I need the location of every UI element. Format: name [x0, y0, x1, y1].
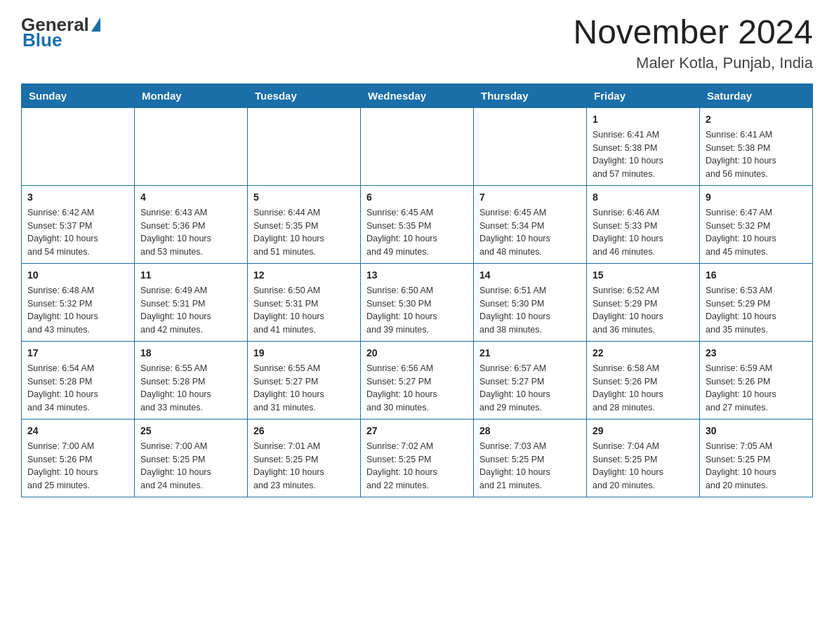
cell-line: Daylight: 10 hours	[253, 466, 355, 479]
cell-line: Sunset: 5:37 PM	[27, 220, 128, 233]
cell-line: Sunrise: 6:58 AM	[593, 362, 694, 375]
cell-line: Sunrise: 6:50 AM	[366, 284, 468, 297]
calendar-cell: 21Sunrise: 6:57 AMSunset: 5:27 PMDayligh…	[474, 341, 587, 419]
cell-line: and 33 minutes.	[140, 401, 241, 415]
cell-line: Daylight: 10 hours	[140, 466, 241, 479]
day-number: 18	[140, 346, 241, 361]
calendar-cell: 24Sunrise: 7:00 AMSunset: 5:26 PMDayligh…	[22, 419, 135, 497]
calendar-cell	[135, 107, 248, 185]
cell-content: Sunrise: 7:00 AMSunset: 5:25 PMDaylight:…	[140, 440, 241, 492]
day-number: 27	[366, 424, 468, 438]
cell-content: Sunrise: 6:47 AMSunset: 5:32 PMDaylight:…	[706, 206, 807, 259]
calendar-day-header: Thursday	[474, 83, 587, 107]
calendar-day-header: Wednesday	[361, 83, 474, 107]
cell-line: Sunrise: 6:52 AM	[593, 284, 694, 297]
cell-line: Sunset: 5:35 PM	[253, 220, 355, 233]
cell-line: Sunset: 5:31 PM	[253, 297, 355, 311]
cell-line: and 56 minutes.	[706, 168, 807, 181]
calendar-cell: 1Sunrise: 6:41 AMSunset: 5:38 PMDaylight…	[587, 107, 700, 185]
day-number: 30	[706, 424, 807, 438]
cell-line: Sunset: 5:30 PM	[479, 297, 581, 311]
cell-line: and 41 minutes.	[253, 323, 355, 337]
calendar-cell: 15Sunrise: 6:52 AMSunset: 5:29 PMDayligh…	[587, 263, 700, 341]
cell-line: and 42 minutes.	[140, 323, 241, 337]
cell-line: Daylight: 10 hours	[27, 310, 128, 323]
cell-content: Sunrise: 6:59 AMSunset: 5:26 PMDaylight:…	[706, 362, 807, 415]
cell-line: Daylight: 10 hours	[706, 388, 807, 401]
day-number: 14	[479, 268, 581, 283]
day-number: 3	[27, 190, 128, 205]
cell-line: Sunset: 5:31 PM	[140, 297, 241, 311]
day-number: 11	[140, 268, 241, 283]
cell-line: Sunrise: 6:55 AM	[140, 362, 241, 375]
calendar-cell: 5Sunrise: 6:44 AMSunset: 5:35 PMDaylight…	[248, 185, 361, 263]
cell-content: Sunrise: 7:05 AMSunset: 5:25 PMDaylight:…	[706, 440, 807, 492]
cell-line: and 46 minutes.	[593, 246, 694, 259]
cell-content: Sunrise: 6:48 AMSunset: 5:32 PMDaylight:…	[27, 284, 128, 337]
cell-content: Sunrise: 6:41 AMSunset: 5:38 PMDaylight:…	[706, 128, 807, 181]
calendar-week-row: 1Sunrise: 6:41 AMSunset: 5:38 PMDaylight…	[22, 107, 813, 185]
calendar-cell: 27Sunrise: 7:02 AMSunset: 5:25 PMDayligh…	[361, 419, 474, 497]
cell-line: and 57 minutes.	[593, 168, 694, 181]
cell-line: Sunrise: 6:59 AM	[706, 362, 807, 375]
cell-line: Daylight: 10 hours	[27, 232, 128, 246]
cell-line: Sunset: 5:25 PM	[366, 453, 468, 467]
calendar-cell: 23Sunrise: 6:59 AMSunset: 5:26 PMDayligh…	[700, 341, 813, 419]
cell-line: Sunrise: 6:56 AM	[366, 362, 468, 375]
cell-line: Sunset: 5:28 PM	[27, 375, 128, 389]
day-number: 15	[593, 268, 694, 283]
day-number: 10	[27, 268, 128, 283]
cell-line: Daylight: 10 hours	[706, 232, 807, 246]
cell-line: Sunset: 5:26 PM	[27, 453, 128, 467]
day-number: 6	[366, 190, 468, 205]
calendar-day-header: Sunday	[22, 83, 135, 107]
cell-line: and 54 minutes.	[27, 246, 128, 259]
cell-line: Sunset: 5:32 PM	[27, 297, 128, 311]
calendar-cell: 7Sunrise: 6:45 AMSunset: 5:34 PMDaylight…	[474, 185, 587, 263]
cell-content: Sunrise: 6:53 AMSunset: 5:29 PMDaylight:…	[706, 284, 807, 337]
cell-line: Daylight: 10 hours	[366, 310, 468, 323]
calendar-cell: 9Sunrise: 6:47 AMSunset: 5:32 PMDaylight…	[700, 185, 813, 263]
cell-content: Sunrise: 6:51 AMSunset: 5:30 PMDaylight:…	[479, 284, 581, 337]
cell-line: Sunset: 5:25 PM	[706, 453, 807, 467]
cell-line: and 25 minutes.	[27, 479, 128, 492]
day-number: 22	[593, 346, 694, 361]
cell-line: Sunset: 5:25 PM	[253, 453, 355, 467]
cell-line: Sunrise: 6:57 AM	[479, 362, 581, 375]
cell-content: Sunrise: 6:52 AMSunset: 5:29 PMDaylight:…	[593, 284, 694, 337]
calendar-cell: 6Sunrise: 6:45 AMSunset: 5:35 PMDaylight…	[361, 185, 474, 263]
cell-line: Sunset: 5:36 PM	[140, 220, 241, 233]
calendar-cell: 25Sunrise: 7:00 AMSunset: 5:25 PMDayligh…	[135, 419, 248, 497]
day-number: 21	[479, 346, 581, 361]
cell-line: Sunrise: 6:50 AM	[253, 284, 355, 297]
logo-line2: Blue	[21, 32, 100, 51]
calendar-cell	[474, 107, 587, 185]
day-number: 24	[27, 424, 128, 438]
cell-line: Daylight: 10 hours	[706, 466, 807, 479]
cell-line: Sunset: 5:27 PM	[366, 375, 468, 389]
cell-line: and 22 minutes.	[366, 479, 468, 492]
logo: General Blue	[21, 14, 100, 51]
cell-line: Daylight: 10 hours	[706, 154, 807, 168]
calendar-week-row: 10Sunrise: 6:48 AMSunset: 5:32 PMDayligh…	[22, 263, 813, 341]
calendar-cell: 3Sunrise: 6:42 AMSunset: 5:37 PMDaylight…	[22, 185, 135, 263]
title-block: November 2024 Maler Kotla, Punjab, India	[573, 14, 813, 72]
calendar-header-row: SundayMondayTuesdayWednesdayThursdayFrid…	[22, 83, 813, 107]
day-number: 2	[706, 112, 807, 127]
cell-line: Daylight: 10 hours	[593, 154, 694, 168]
cell-line: Sunset: 5:25 PM	[140, 453, 241, 467]
cell-line: Sunset: 5:28 PM	[140, 375, 241, 389]
cell-line: Daylight: 10 hours	[593, 388, 694, 401]
cell-line: Sunset: 5:38 PM	[706, 142, 807, 155]
cell-line: Sunrise: 6:47 AM	[706, 206, 807, 220]
calendar-table: SundayMondayTuesdayWednesdayThursdayFrid…	[21, 83, 813, 497]
cell-line: and 30 minutes.	[366, 401, 468, 415]
cell-content: Sunrise: 6:44 AMSunset: 5:35 PMDaylight:…	[253, 206, 355, 259]
cell-content: Sunrise: 6:45 AMSunset: 5:35 PMDaylight:…	[366, 206, 468, 259]
page-header: General Blue November 2024 Maler Kotla, …	[21, 14, 813, 72]
cell-line: Sunrise: 7:01 AM	[253, 440, 355, 453]
calendar-cell	[248, 107, 361, 185]
cell-line: Daylight: 10 hours	[706, 310, 807, 323]
cell-line: Daylight: 10 hours	[253, 310, 355, 323]
cell-content: Sunrise: 6:55 AMSunset: 5:27 PMDaylight:…	[253, 362, 355, 415]
